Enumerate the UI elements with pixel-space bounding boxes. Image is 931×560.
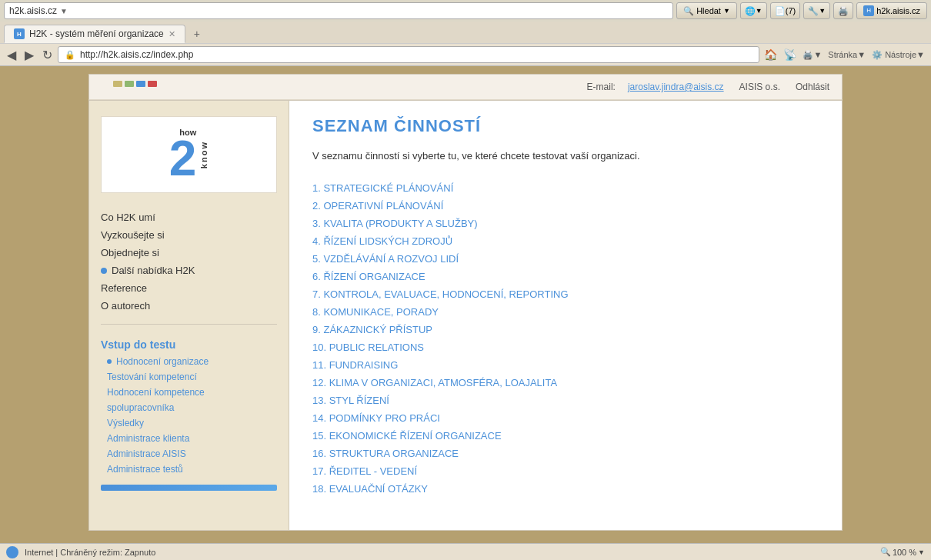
back-button[interactable]: ◀ xyxy=(4,47,19,63)
list-item: 10. PUBLIC RELATIONS xyxy=(312,338,819,356)
pdf-btn[interactable]: 📄 (7) xyxy=(770,2,800,19)
sidebar-item-co-h2k[interactable]: Co H2K umí xyxy=(101,208,277,226)
activity-link-7[interactable]: 7. KONTROLA, EVALUACE, HODNOCENÍ, REPORT… xyxy=(312,288,569,300)
activity-link-3[interactable]: 3. KVALITA (PRODUKTY A SLUŽBY) xyxy=(312,218,478,229)
status-text: Internet | Chráněný režim: Zapnuto xyxy=(25,548,155,557)
print-nav-button[interactable]: 🖨️▼ xyxy=(800,49,824,61)
sidebar-item-reference[interactable]: Reference xyxy=(101,279,277,297)
list-item: 18. EVALUAČNÍ OTÁZKY xyxy=(312,480,819,498)
activity-link-6[interactable]: 6. ŘÍZENÍ ORGANIZACE xyxy=(312,271,425,282)
color-bars xyxy=(102,81,169,87)
activity-link-2[interactable]: 2. OPERATIVNÍ PLÁNOVÁNÍ xyxy=(312,200,443,212)
activity-link-8[interactable]: 8. KOMUNIKACE, PORADY xyxy=(312,306,439,318)
activity-link-17[interactable]: 17. ŘEDITEL - VEDENÍ xyxy=(312,465,417,477)
activity-link-13[interactable]: 13. STYL ŘÍZENÍ xyxy=(312,395,389,406)
zoom-level: 100 % xyxy=(893,548,916,557)
h2k-address-btn[interactable]: H h2k.aisis.cz xyxy=(856,2,927,19)
sidebar-item-label: Vyzkoušejte si xyxy=(101,229,165,241)
main-content: SEZNAM ČINNOSTÍ V seznamu činností si vy… xyxy=(289,101,842,530)
address-dropdown-icon[interactable]: ▼ xyxy=(60,7,68,15)
activity-link-9[interactable]: 9. ZÁKAZNICKÝ PŘÍSTUP xyxy=(312,324,432,335)
activity-link-10[interactable]: 10. PUBLIC RELATIONS xyxy=(312,342,424,353)
sub-item-label: Testování kompetencí xyxy=(107,372,197,382)
sidebar-nav: Co H2K umí Vyzkoušejte si Objednejte si … xyxy=(89,208,289,315)
address-text: h2k.aisis.cz xyxy=(9,5,57,16)
sidebar-sub-hodnoceni[interactable]: Hodnocení organizace xyxy=(89,354,289,369)
search-dropdown-icon: ▼ xyxy=(723,7,730,15)
email-link[interactable]: jaroslav.jindra@aisis.cz xyxy=(628,82,724,92)
sidebar-item-label: Další nabídka H2K xyxy=(112,265,195,276)
list-item: 5. VZDĚLÁVÁNÍ A ROZVOJ LIDÍ xyxy=(312,250,819,268)
activity-link-1[interactable]: 1. STRATEGICKÉ PLÁNOVÁNÍ xyxy=(312,182,453,194)
sidebar-sub-hodnoceni-komp[interactable]: Hodnocení kompetence xyxy=(89,385,289,400)
address-bar[interactable]: h2k.aisis.cz ▼ xyxy=(4,2,673,19)
sub-item-label: Hodnocení organizace xyxy=(116,356,209,367)
tab-bar: H H2K - systém měření organizace ✕ + xyxy=(0,22,931,43)
refresh-button[interactable]: ↻ xyxy=(39,47,55,63)
home-button[interactable]: 🏠 xyxy=(762,48,779,62)
activity-link-5[interactable]: 5. VZDĚLÁVÁNÍ A ROZVOJ LIDÍ xyxy=(312,253,459,265)
activity-link-11[interactable]: 11. FUNDRAISING xyxy=(312,359,398,371)
logo-know: know xyxy=(199,141,209,168)
sidebar-item-o-autorech[interactable]: O autorech xyxy=(101,297,277,315)
search-icon: 🔍 xyxy=(683,6,694,16)
search-button[interactable]: 🔍 Hledat ▼ xyxy=(676,2,737,19)
page-button[interactable]: Stránka▼ xyxy=(826,49,868,60)
activity-link-18[interactable]: 18. EVALUAČNÍ OTÁZKY xyxy=(312,483,428,495)
tools-btn[interactable]: 🔧▼ xyxy=(803,2,830,19)
header-links: E-mail: jaroslav.jindra@aisis.cz AISIS o… xyxy=(587,82,829,92)
activity-link-12[interactable]: 12. KLIMA V ORGANIZACI, ATMOSFÉRA, LOAJA… xyxy=(312,377,557,388)
sub-item-label: spolupracovníka xyxy=(107,402,174,413)
company-name: AISIS o.s. xyxy=(739,82,780,92)
sidebar-sub-admin-klienta[interactable]: Administrace klienta xyxy=(89,431,289,446)
page-description: V seznamu činností si vyberte tu, ve kte… xyxy=(312,148,819,164)
list-item: 6. ŘÍZENÍ ORGANIZACE xyxy=(312,268,819,285)
status-globe-icon xyxy=(6,546,18,558)
favicon: H xyxy=(863,5,874,16)
tab-close-icon[interactable]: ✕ xyxy=(169,29,175,39)
globe-btn[interactable]: 🌐▼ xyxy=(740,2,767,19)
list-item: 9. ZÁKAZNICKÝ PŘÍSTUP xyxy=(312,321,819,338)
forward-button[interactable]: ▶ xyxy=(22,47,37,63)
sidebar-sub-vysledky[interactable]: Výsledky xyxy=(89,415,289,431)
sidebar-item-vyzkouste[interactable]: Vyzkoušejte si xyxy=(101,226,277,244)
sidebar-sub-testovani[interactable]: Testování kompetencí xyxy=(89,369,289,385)
activity-link-15[interactable]: 15. EKONOMICKÉ ŘÍZENÍ ORGANIZACE xyxy=(312,430,502,442)
main-container: E-mail: jaroslav.jindra@aisis.cz AISIS o… xyxy=(0,66,931,554)
sidebar-divider xyxy=(101,324,277,325)
sidebar-sub-admin-aisis[interactable]: Administrace AISIS xyxy=(89,446,289,462)
zoom-indicator[interactable]: 🔍 100 % ▼ xyxy=(880,547,925,557)
activity-link-4[interactable]: 4. ŘÍZENÍ LIDSKÝCH ZDROJŮ xyxy=(312,235,452,247)
print-btn[interactable]: 🖨️ xyxy=(833,2,853,19)
activity-link-16[interactable]: 16. STRUKTURA ORGANIZACE xyxy=(312,448,459,459)
sidebar-item-dalsi[interactable]: Další nabídka H2K xyxy=(101,262,277,279)
sub-item-label: Administrace klienta xyxy=(107,433,189,444)
pdf-icon: 📄 xyxy=(775,6,786,16)
tab-favicon: H xyxy=(14,28,25,39)
sidebar-item-label: Reference xyxy=(101,282,147,294)
sidebar-sub-spoluprac[interactable]: spolupracovníka xyxy=(89,400,289,415)
color-bar-4 xyxy=(148,81,157,87)
page-wrapper: how 2 know Co H2K umí Vyzkoušejte si Obj… xyxy=(88,100,843,531)
search-label: Hledat xyxy=(696,6,721,15)
lock-icon: 🔒 xyxy=(65,50,75,60)
sidebar-item-objednejte[interactable]: Objednejte si xyxy=(101,244,277,262)
email-label: E-mail: xyxy=(587,82,616,92)
rss-button[interactable]: 📡 xyxy=(781,48,799,62)
activity-link-14[interactable]: 14. PODMÍNKY PRO PRÁCI xyxy=(312,412,440,424)
sidebar-sub-admin-testu[interactable]: Administrace testů xyxy=(89,462,289,477)
zoom-icon: 🔍 xyxy=(880,547,891,557)
h2k-address-text: h2k.aisis.cz xyxy=(876,6,920,15)
tab-main[interactable]: H H2K - systém měření organizace ✕ xyxy=(4,25,185,43)
status-bar: Internet | Chráněný režim: Zapnuto 🔍 100… xyxy=(0,543,931,560)
active-bullet xyxy=(101,268,107,274)
sidebar-item-label: O autorech xyxy=(101,300,150,312)
sub-item-label: Administrace testů xyxy=(107,464,183,475)
list-item: 4. ŘÍZENÍ LIDSKÝCH ZDROJŮ xyxy=(312,232,819,250)
nav-address-bar[interactable]: 🔒 http://h2k.aisis.cz/index.php xyxy=(58,46,759,63)
tools-nav-button[interactable]: ⚙️ Nástroje▼ xyxy=(869,49,927,61)
new-tab-button[interactable]: + xyxy=(187,25,207,43)
sidebar: how 2 know Co H2K umí Vyzkoušejte si Obj… xyxy=(89,101,289,530)
logo-2: 2 xyxy=(169,137,197,182)
logout-link[interactable]: Odhlásit xyxy=(796,82,829,92)
